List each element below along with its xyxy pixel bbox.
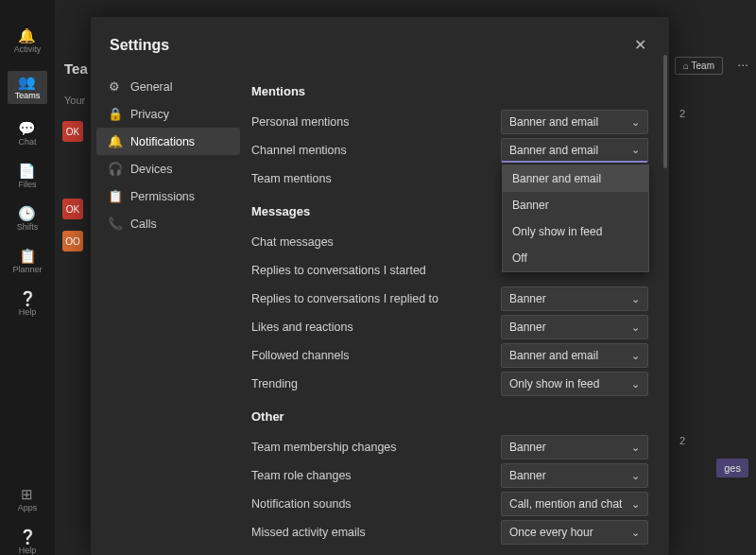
nav-label: Devices bbox=[130, 163, 172, 176]
settings-modal: Settings ✕ ⚙General🔒Privacy🔔Notification… bbox=[91, 17, 669, 555]
select-value: Once every hour bbox=[509, 526, 593, 539]
setting-select[interactable]: Banner⌄ bbox=[501, 463, 648, 488]
setting-label: Team role changes bbox=[251, 469, 501, 482]
team-avatar[interactable]: OO bbox=[62, 231, 83, 251]
chevron-down-icon: ⌄ bbox=[631, 293, 640, 305]
chat-icon: 💬 bbox=[18, 121, 36, 135]
nav-item-devices[interactable]: 🎧Devices bbox=[91, 155, 246, 182]
rail-item-files[interactable]: 📄Files bbox=[18, 164, 36, 189]
chevron-down-icon: ⌄ bbox=[631, 350, 640, 362]
setting-label: Notification sounds bbox=[251, 497, 501, 511]
setting-row: Replies to conversations I replied toBan… bbox=[251, 285, 648, 313]
nav-item-notifications[interactable]: 🔔Notifications bbox=[96, 128, 240, 155]
setting-label: Replies to conversations I replied to bbox=[251, 292, 501, 305]
chevron-down-icon: ⌄ bbox=[631, 527, 640, 539]
dropdown-menu: Banner and emailBannerOnly show in feedO… bbox=[502, 165, 649, 272]
help-icon: ❔ bbox=[19, 529, 37, 544]
rail-item-chat[interactable]: 💬Chat bbox=[18, 121, 36, 147]
select-value: Call, mention and chat bbox=[509, 497, 622, 511]
setting-select[interactable]: Banner and email⌄ bbox=[501, 343, 648, 368]
shifts-icon: 🕒 bbox=[18, 206, 36, 220]
scrollbar-thumb[interactable] bbox=[663, 55, 667, 168]
rail-item-help[interactable]: ❔Help bbox=[19, 529, 37, 555]
rail-item-planner[interactable]: 📋Planner bbox=[12, 249, 42, 274]
dropdown-option[interactable]: Off bbox=[503, 245, 648, 271]
setting-row: Likes and reactionsBanner⌄ bbox=[251, 313, 648, 341]
select-value: Only show in feed bbox=[509, 377, 599, 390]
setting-row: Channel mentionsBanner and email⌄Banner … bbox=[251, 136, 648, 165]
teams-icon: 👥 bbox=[18, 75, 36, 89]
setting-label: Likes and reactions bbox=[251, 321, 501, 334]
app-rail: 🔔Activity👥Teams💬Chat📄Files🕒Shifts📋Planne… bbox=[0, 0, 55, 555]
select-value: Banner bbox=[509, 321, 546, 334]
setting-label: Followed channels bbox=[251, 349, 501, 362]
setting-row: Notification soundsCall, mention and cha… bbox=[251, 490, 648, 518]
rail-item-shifts[interactable]: 🕒Shifts bbox=[17, 206, 39, 232]
rail-item-activity[interactable]: 🔔Activity bbox=[14, 28, 42, 54]
nav-item-calls[interactable]: 📞Calls bbox=[91, 210, 246, 237]
nav-item-general[interactable]: ⚙General bbox=[91, 73, 246, 100]
rail-label: Planner bbox=[12, 265, 42, 274]
rail-item-help[interactable]: ❔Help bbox=[19, 291, 37, 317]
select-value: Banner and email bbox=[509, 349, 598, 362]
setting-label: Channel mentions bbox=[251, 144, 501, 157]
setting-row: TrendingOnly show in feed⌄ bbox=[251, 370, 648, 398]
chevron-down-icon: ⌄ bbox=[631, 378, 640, 390]
chevron-down-icon: ⌄ bbox=[631, 498, 640, 511]
setting-select[interactable]: Banner and email⌄Banner and emailBannerO… bbox=[501, 138, 648, 163]
settings-header: Settings ✕ bbox=[91, 17, 669, 67]
more-button[interactable]: ··· bbox=[737, 57, 748, 72]
settings-content: MentionsPersonal mentionsBanner and emai… bbox=[246, 67, 669, 555]
nav-item-permissions[interactable]: 📋Permissions bbox=[91, 182, 246, 210]
meetings-chip[interactable]: ges bbox=[716, 459, 748, 477]
setting-select[interactable]: Call, mention and chat⌄ bbox=[501, 492, 648, 516]
team-button[interactable]: ⌂ Team bbox=[675, 57, 723, 75]
team-avatar[interactable]: OK bbox=[62, 121, 83, 142]
permissions-icon: 📋 bbox=[108, 189, 121, 203]
setting-label: Trending bbox=[251, 377, 501, 390]
rail-label: Files bbox=[18, 180, 36, 189]
setting-select[interactable]: Once every hour⌄ bbox=[501, 520, 648, 545]
chevron-down-icon: ⌄ bbox=[631, 442, 640, 454]
chevron-down-icon: ⌄ bbox=[631, 144, 640, 156]
rail-label: Activity bbox=[14, 44, 42, 54]
settings-nav: ⚙General🔒Privacy🔔Notifications🎧Devices📋P… bbox=[91, 67, 246, 555]
activity-icon: 🔔 bbox=[18, 28, 36, 43]
dropdown-option[interactable]: Banner bbox=[503, 192, 648, 218]
planner-icon: 📋 bbox=[19, 249, 37, 263]
devices-icon: 🎧 bbox=[108, 162, 121, 176]
rail-label: Shifts bbox=[17, 222, 39, 232]
setting-select[interactable]: Only show in feed⌄ bbox=[501, 372, 648, 396]
rail-item-apps[interactable]: ⊞Apps bbox=[18, 487, 38, 512]
nav-label: Permissions bbox=[130, 190, 195, 203]
rail-label: Teams bbox=[15, 91, 41, 100]
setting-row: Personal mentionsBanner and email⌄ bbox=[251, 108, 648, 136]
dropdown-option[interactable]: Banner and email bbox=[503, 165, 648, 192]
setting-select[interactable]: Banner⌄ bbox=[501, 286, 648, 311]
setting-row: Followed channelsBanner and email⌄ bbox=[251, 341, 648, 370]
close-icon[interactable]: ✕ bbox=[630, 32, 650, 58]
chevron-down-icon: ⌄ bbox=[631, 321, 640, 334]
setting-row: Team membership changesBanner⌄ bbox=[251, 433, 648, 461]
rail-item-teams[interactable]: 👥Teams bbox=[8, 71, 48, 104]
nav-label: Notifications bbox=[130, 135, 195, 148]
nav-label: Calls bbox=[130, 217, 157, 231]
nav-item-privacy[interactable]: 🔒Privacy bbox=[91, 100, 246, 128]
settings-title: Settings bbox=[110, 37, 169, 54]
files-icon: 📄 bbox=[18, 164, 36, 178]
unread-badge: 2 bbox=[679, 108, 685, 119]
apps-icon: ⊞ bbox=[21, 487, 33, 501]
select-value: Banner and email bbox=[509, 115, 598, 129]
dropdown-option[interactable]: Only show in feed bbox=[503, 218, 648, 245]
setting-select[interactable]: Banner⌄ bbox=[501, 435, 648, 460]
setting-select[interactable]: Banner and email⌄ bbox=[501, 110, 648, 134]
setting-row: Missed activity emailsOnce every hour⌄ bbox=[251, 518, 648, 546]
chevron-down-icon: ⌄ bbox=[631, 470, 640, 482]
help-icon: ❔ bbox=[19, 291, 37, 305]
team-avatar[interactable]: OK bbox=[62, 199, 83, 219]
setting-label: Team membership changes bbox=[251, 441, 501, 454]
section-heading: Mentions bbox=[251, 84, 648, 98]
setting-label: Personal mentions bbox=[251, 115, 501, 129]
rail-label: Apps bbox=[18, 503, 38, 512]
setting-select[interactable]: Banner⌄ bbox=[501, 315, 648, 339]
